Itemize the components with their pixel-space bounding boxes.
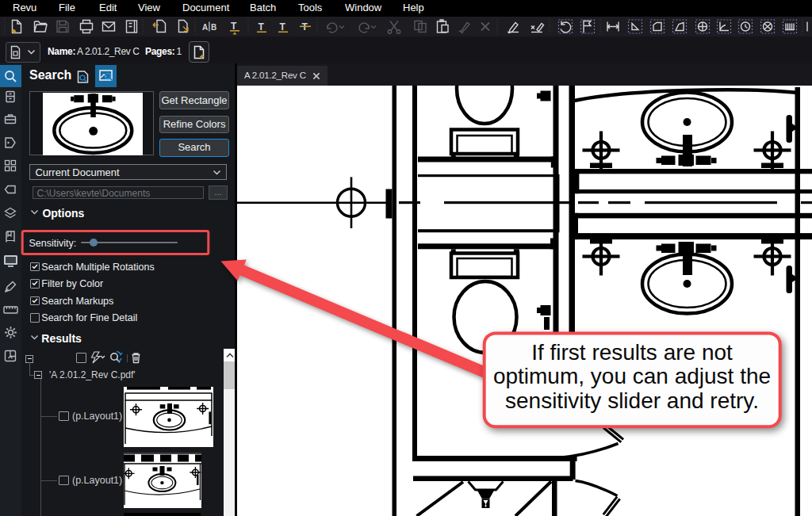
svg-text:T: T xyxy=(231,21,237,32)
svg-text:T: T xyxy=(280,21,286,32)
svg-text:A: A xyxy=(202,23,208,32)
svg-text:B: B xyxy=(211,23,216,32)
svg-text:T: T xyxy=(259,21,265,32)
